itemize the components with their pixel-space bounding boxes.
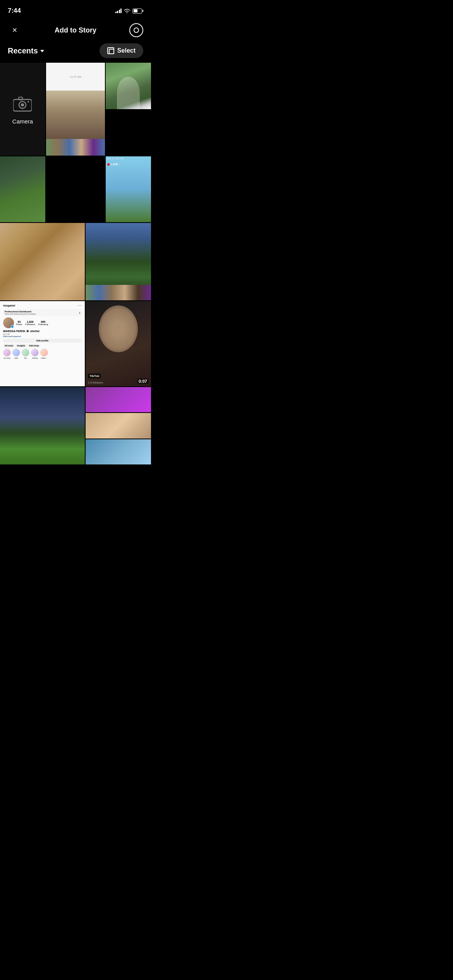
ig-following-count: 965 [38, 320, 48, 323]
ig-highlight-label-2: eatz [14, 357, 18, 359]
ig-display-name: MARISSA PARISI 🎓 she/her [3, 330, 82, 333]
camera-label: Camera [12, 118, 33, 125]
ig-ad-tools-btn[interactable]: Ad tools [3, 344, 15, 348]
signal-bars-icon [115, 9, 122, 13]
ig-highlight-circle-5 [40, 349, 48, 356]
tiktok-badge-container: TikTok [88, 373, 101, 379]
ig-avatar [3, 317, 14, 328]
ig-dashboard-sub: Tools and resources just for creators. [5, 313, 36, 315]
photo-grid: Camera 11:37 AM July 28 7:21 PM [0, 63, 151, 464]
ig-highlight-label-5: miam... [41, 357, 47, 359]
woman-portrait-photo[interactable] [106, 63, 151, 109]
grid-row-4 [0, 387, 151, 464]
ig-profile-header: 93 Posts 1,628 Followers 965 Following [3, 317, 82, 328]
tiktok-label: TikTok [89, 374, 99, 378]
ig-add-shop-btn[interactable]: Add shop [27, 344, 40, 348]
ig-posts-count: 93 [16, 320, 22, 323]
small-photos-column [86, 387, 151, 464]
settings-button[interactable] [129, 23, 143, 37]
select-icon [107, 47, 114, 54]
ig-followers-label: Followers [25, 323, 35, 326]
select-button[interactable]: Select [100, 43, 143, 58]
ig-highlight-circle-4 [31, 349, 39, 356]
status-time: 7:44 [8, 7, 21, 15]
stadium-timestamp: July 28 7:21 PM [107, 158, 124, 160]
ig-highlight-label-3: fun [24, 357, 27, 359]
ig-add-button [11, 325, 14, 328]
ig-posts-label: Posts [16, 323, 22, 326]
portrait-small-photo[interactable] [86, 413, 151, 438]
concert-photo[interactable] [86, 387, 151, 412]
ig-posts-stat: 93 Posts [16, 320, 22, 326]
instagram-profile-content: rissparisi ⋯ Professional Dashboard Tool… [0, 301, 85, 386]
ig-highlight-circle-1 [3, 349, 11, 356]
status-bar: 7:44 [0, 0, 151, 19]
ig-highlight-2: eatz [12, 349, 20, 359]
ig-highlight-1: urs truly [3, 349, 11, 359]
ig-menu-icon: ⋯ [78, 303, 82, 308]
gap-cell [46, 156, 105, 222]
ig-following-stat: 965 Following [38, 320, 48, 326]
grid-row-1b: July 28 7:21 PM LIVE ▾ [0, 156, 151, 222]
ig-followers-stat: 1,628 Followers [25, 320, 35, 326]
battery-icon [132, 9, 143, 14]
recents-dropdown[interactable]: Recents [8, 46, 44, 55]
ig-dashboard: Professional Dashboard Tools and resourc… [3, 309, 82, 316]
recents-label: Recents [8, 46, 38, 55]
ig-highlights: urs truly eatz fun writing [3, 349, 82, 359]
header: × Add to Story [0, 19, 151, 43]
close-button[interactable]: × [8, 23, 22, 37]
ig-insights-btn[interactable]: Insights [15, 344, 27, 348]
instagram-screenshot[interactable]: rissparisi ⋯ Professional Dashboard Tool… [0, 301, 85, 386]
camera-icon [12, 94, 33, 114]
video-duration: 0:07 [137, 379, 149, 384]
toolbar: Recents Select [0, 43, 151, 63]
svg-point-5 [27, 101, 29, 103]
ig-highlight-label-4: writing [32, 357, 38, 359]
live-chevron: ▾ [119, 163, 120, 166]
ig-highlight-3: fun [22, 349, 29, 359]
grid-row-3: rissparisi ⋯ Professional Dashboard Tool… [0, 301, 151, 386]
trees-photo[interactable] [0, 156, 45, 222]
baseball-stadium-bottom[interactable] [86, 223, 151, 300]
cat-photo[interactable]: 11:37 AM [46, 63, 105, 156]
ig-edit-profile-btn[interactable]: Edit profile [3, 339, 82, 343]
ig-highlight-label-1: urs truly [3, 357, 10, 359]
chevron-down-icon [40, 50, 44, 52]
svg-point-0 [127, 12, 127, 13]
ig-highlight-4: writing [31, 349, 39, 359]
soccer-stadium-photo[interactable] [0, 387, 85, 464]
grid-row-2 [0, 223, 151, 300]
tiktok-followers: 1.9 followers [88, 381, 103, 384]
ig-action-buttons: Ad tools Insights Add shop [3, 344, 82, 348]
ig-username-header: rissparisi [3, 304, 15, 307]
page-title: Add to Story [55, 26, 96, 34]
ig-highlight-5: miam... [40, 349, 48, 359]
tiktok-video[interactable]: TikTok 1.9 followers 0:07 [86, 301, 151, 386]
status-icons [115, 9, 144, 14]
ig-arrow-icon: › [79, 311, 80, 315]
beach-photo[interactable] [86, 439, 151, 464]
baseball-stadium-top[interactable]: July 28 7:21 PM LIVE ▾ [106, 156, 151, 222]
live-badge: LIVE [111, 163, 118, 166]
camera-cell[interactable]: Camera [0, 63, 45, 156]
grid-row-1: Camera 11:37 AM [0, 63, 151, 156]
icecream-photo[interactable] [0, 223, 85, 300]
live-dot [107, 163, 110, 166]
select-label: Select [117, 47, 136, 54]
ig-highlight-circle-3 [22, 349, 29, 356]
svg-point-3 [21, 103, 24, 106]
live-badge-container: LIVE ▾ [107, 163, 120, 166]
ig-following-label: Following [38, 323, 48, 326]
ig-link: linktr.ee/rissparisi [3, 335, 82, 338]
wifi-icon [124, 9, 130, 13]
ig-stats: 93 Posts 1,628 Followers 965 Following [16, 320, 48, 326]
ig-highlight-circle-2 [12, 349, 20, 356]
ig-followers-count: 1,628 [25, 320, 35, 323]
